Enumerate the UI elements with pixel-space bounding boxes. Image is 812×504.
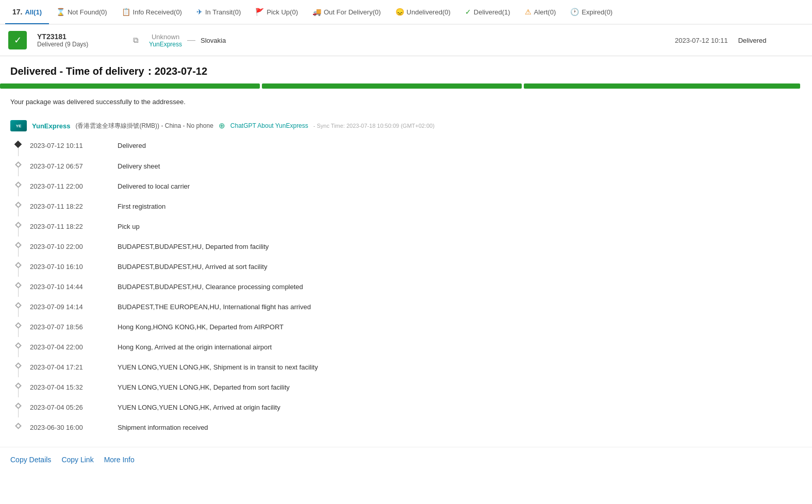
timeline-event-text: Shipment information received: [118, 424, 208, 431]
bottom-bar: Copy Details Copy Link More Info: [0, 447, 812, 472]
timeline-content: 2023-07-11 22:00Delivered to local carri…: [26, 182, 802, 192]
timeline-connector-line: [18, 167, 19, 176]
timeline-connector-line: [18, 227, 19, 237]
timeline-dot-diamond: [15, 362, 22, 369]
timeline-dot-diamond: [15, 181, 22, 188]
nav-tab-undelivered[interactable]: 😞Undelivered(0): [388, 1, 458, 24]
carrier-name[interactable]: YunExpress: [32, 122, 70, 130]
route-carrier: YunExpress: [149, 41, 182, 48]
timeline-dot-diamond: [15, 402, 22, 409]
timeline-event-text: BUDAPEST,BUDAPEST,HU, Departed from faci…: [118, 243, 269, 250]
timeline-connector-line: [18, 328, 19, 337]
tab-icon-not-found: ⌛: [56, 8, 65, 16]
timeline-item: 2023-07-11 18:22Pick up: [10, 220, 802, 240]
tab-icon-expired: 🕐: [570, 8, 579, 16]
copy-details-button[interactable]: Copy Details: [10, 456, 51, 464]
nav-tab-info-received[interactable]: 📋Info Received(0): [114, 1, 189, 24]
tracking-id-block: YT23181 Delivered (9 Days): [37, 32, 120, 48]
copy-link-button[interactable]: Copy Link: [61, 456, 93, 464]
timeline-connector-line: [18, 368, 19, 377]
copy-icon[interactable]: ⧉: [133, 36, 139, 45]
timeline-content: 2023-07-10 16:10BUDAPEST,BUDAPEST,HU, Ar…: [26, 263, 802, 273]
tab-label-all: All(1): [25, 8, 42, 16]
timeline-item: 2023-06-30 16:00Shipment information rec…: [10, 421, 802, 436]
timeline-date: 2023-07-04 15:32: [30, 383, 102, 391]
timeline-event-text: Delivered: [118, 142, 146, 149]
tab-label-undelivered: Undelivered(0): [407, 8, 451, 16]
timeline-content: 2023-07-04 05:26YUEN LONG,YUEN LONG,HK, …: [26, 404, 802, 413]
nav-tab-expired[interactable]: 🕐Expired(0): [563, 1, 620, 24]
timeline-content: 2023-06-30 16:00Shipment information rec…: [26, 424, 802, 433]
tracking-row: ✓ YT23181 Delivered (9 Days) ⧉ Unknown Y…: [0, 25, 812, 56]
timeline-connector-line: [18, 187, 19, 196]
timeline-event-text: Pick up: [118, 223, 140, 230]
nav-tab-out-for-delivery[interactable]: 🚚Out For Delivery(0): [305, 1, 388, 24]
nav-tab-pick-up[interactable]: 🚩Pick Up(0): [248, 1, 305, 24]
progress-segment: [0, 83, 260, 89]
nav-tab-alert[interactable]: ⚠Alert(0): [518, 1, 564, 24]
timeline-connector-line: [18, 267, 19, 277]
timeline-dot-diamond: [15, 382, 22, 389]
nav-tab-in-transit[interactable]: ✈In Transit(0): [189, 1, 248, 24]
tab-label-in-transit: In Transit(0): [205, 8, 241, 16]
timeline-dot-col: [10, 283, 26, 297]
chatgpt-link[interactable]: ChatGPT About YunExpress: [230, 122, 308, 129]
route-arrow: —: [187, 36, 195, 45]
timeline-date: 2023-06-30 16:00: [30, 424, 102, 431]
tracking-substatus: Delivered (9 Days): [37, 41, 120, 48]
timeline-dot-col: [10, 162, 26, 176]
timeline-date: 2023-07-11 22:00: [30, 182, 102, 190]
timeline-date: 2023-07-10 16:10: [30, 263, 102, 271]
timeline-content: 2023-07-10 14:44BUDAPEST,BUDAPEST,HU, Cl…: [26, 283, 802, 293]
more-info-button[interactable]: More Info: [104, 456, 135, 464]
route-destination: Slovakia: [201, 37, 226, 44]
timeline-dot-col: [10, 182, 26, 196]
timeline-dot-col: [10, 404, 26, 417]
timeline-dot-col: [10, 363, 26, 377]
timeline-date: 2023-07-12 10:11: [30, 142, 102, 149]
timeline-event-text: BUDAPEST,THE EUROPEAN,HU, International …: [118, 303, 311, 311]
tracking-final-status: Delivered: [738, 37, 767, 44]
delivered-header: Delivered - Time of delivery：2023-07-12: [0, 56, 812, 83]
timeline-dot-diamond: [15, 322, 22, 329]
timeline-dot-diamond: [15, 262, 22, 268]
tab-icon-in-transit: ✈: [196, 8, 203, 16]
nav-tab-delivered[interactable]: ✓Delivered(1): [458, 1, 518, 24]
tracking-route: Unknown YunExpress — Slovakia: [149, 33, 665, 48]
timeline-dot-diamond: [15, 282, 22, 289]
tab-icon-pick-up: 🚩: [255, 8, 264, 16]
timeline-content: 2023-07-04 22:00Hong Kong, Arrived at th…: [26, 343, 802, 353]
timeline-date: 2023-07-11 18:22: [30, 203, 102, 210]
timeline-event-text: Delivered to local carrier: [118, 182, 190, 190]
nav-tab-all[interactable]: 17.All(1): [5, 1, 49, 24]
timeline-dot-col: [10, 343, 26, 357]
timeline-content: 2023-07-10 22:00BUDAPEST,BUDAPEST,HU, De…: [26, 243, 802, 253]
timeline-event-text: BUDAPEST,BUDAPEST,HU, Clearance processi…: [118, 283, 303, 291]
timeline-item: 2023-07-12 06:57Delivery sheet: [10, 159, 802, 179]
route-origin: Unknown: [152, 33, 179, 41]
timeline-dot-diamond: [15, 242, 22, 248]
tracking-id: YT23181: [37, 32, 120, 41]
tracking-date-status: 2023-07-12 10:11 Delivered: [675, 37, 804, 44]
timeline-connector-line: [18, 147, 19, 156]
timeline-content: 2023-07-09 14:14BUDAPEST,THE EUROPEAN,HU…: [26, 303, 802, 313]
tab-icon-out-for-delivery: 🚚: [312, 8, 321, 16]
timeline-dot-diamond: [15, 201, 22, 208]
nav-tab-not-found[interactable]: ⌛Not Found(0): [49, 1, 114, 24]
tab-label-alert: Alert(0): [534, 8, 556, 16]
tab-icon-info-received: 📋: [122, 8, 130, 16]
timeline-connector-line: [18, 288, 19, 297]
timeline-item: 2023-07-09 14:14BUDAPEST,THE EUROPEAN,HU…: [10, 300, 802, 320]
timeline-item: 2023-07-04 17:21YUEN LONG,YUEN LONG,HK, …: [10, 360, 802, 380]
timeline-dot-col: [10, 142, 26, 156]
top-navigation: 17.All(1)⌛Not Found(0)📋Info Received(0)✈…: [0, 0, 812, 25]
timeline-item: 2023-07-04 15:32YUEN LONG,YUEN LONG,HK, …: [10, 380, 802, 400]
timeline-content: 2023-07-11 18:22First registration: [26, 203, 802, 212]
timeline-event-text: Hong Kong,HONG KONG,HK, Departed from AI…: [118, 323, 284, 331]
timeline-date: 2023-07-09 14:14: [30, 303, 102, 311]
timeline-event-text: Hong Kong, Arrived at the origin interna…: [118, 343, 272, 351]
tab-icon-all: 17.: [12, 8, 22, 16]
timeline: 2023-07-12 10:11Delivered2023-07-12 06:5…: [0, 139, 812, 436]
timeline-date: 2023-07-04 05:26: [30, 404, 102, 411]
timeline-item: 2023-07-04 22:00Hong Kong, Arrived at th…: [10, 340, 802, 360]
